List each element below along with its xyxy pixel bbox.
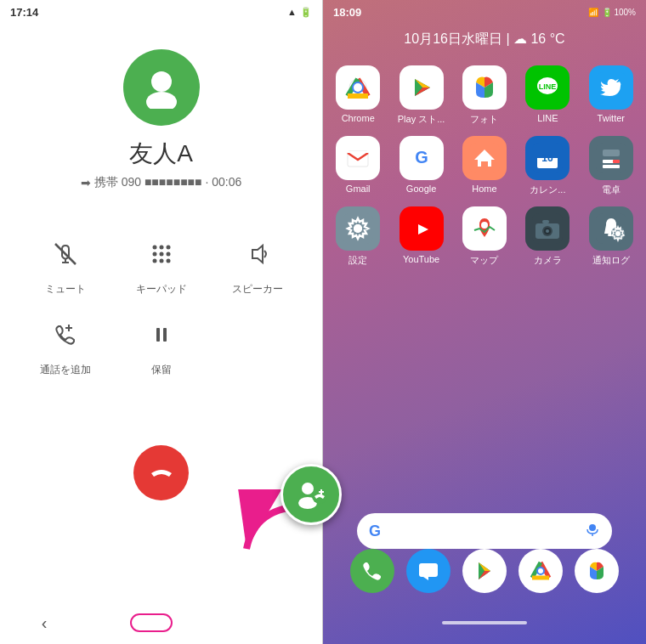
app-grid: Chrome Play スト...: [323, 48, 646, 267]
mute-icon: [44, 233, 87, 275]
maps-label: マップ: [470, 254, 498, 267]
mute-button[interactable]: ミュート: [31, 233, 99, 297]
end-call-button[interactable]: [133, 445, 189, 500]
notif-icon: [589, 206, 633, 251]
app-calc[interactable]: 電卓: [585, 136, 638, 196]
svg-point-1: [146, 92, 177, 109]
left-bottom-nav: ‹: [0, 602, 322, 644]
right-signal-icon: 📶: [588, 8, 598, 17]
svg-point-6: [159, 246, 163, 250]
svg-text:16: 16: [542, 152, 554, 164]
contact-name: 友人A: [129, 138, 193, 170]
svg-text:G: G: [415, 148, 428, 167]
svg-point-19: [302, 483, 314, 494]
call-actions-row1: ミュート キーパッド: [0, 233, 322, 297]
right-status-bar: 18:09 📶 🔋 100%: [323, 0, 646, 24]
app-settings[interactable]: 設定: [332, 206, 384, 267]
app-calendar[interactable]: 16 カレン...: [521, 136, 574, 196]
settings-label: 設定: [348, 254, 367, 267]
contacts-phone-bubble[interactable]: [280, 464, 342, 525]
app-gmail[interactable]: Gmail: [332, 136, 384, 196]
app-home[interactable]: Home: [458, 136, 511, 196]
keypad-button[interactable]: キーパッド: [128, 233, 196, 297]
line-label: LINE: [537, 113, 558, 123]
svg-point-13: [166, 259, 170, 263]
home-label: Home: [472, 184, 496, 194]
app-twitter[interactable]: Twitter: [585, 65, 638, 126]
svg-point-8: [152, 252, 156, 257]
dock-phone[interactable]: [350, 549, 394, 593]
svg-rect-18: [163, 328, 167, 342]
app-youtube[interactable]: YouTube: [394, 206, 447, 267]
hold-icon: [140, 314, 183, 356]
battery-icon: 🔋: [300, 7, 312, 18]
svg-point-9: [159, 252, 163, 257]
settings-icon: [336, 206, 380, 251]
app-notif[interactable]: 通知ログ: [585, 206, 638, 267]
app-chrome[interactable]: Chrome: [332, 65, 384, 126]
left-time: 17:14: [10, 6, 38, 19]
calc-icon: [589, 136, 633, 180]
contact-avatar: [123, 49, 200, 126]
speaker-button[interactable]: スピーカー: [224, 233, 292, 297]
svg-point-85: [538, 568, 543, 573]
left-status-icons: ▲ 🔋: [287, 7, 312, 18]
dock-messages[interactable]: [406, 549, 450, 593]
speaker-label: スピーカー: [232, 282, 283, 297]
dock-bar: [350, 549, 619, 593]
line-icon: LINE: [525, 65, 570, 110]
dock-playstore[interactable]: [462, 549, 507, 593]
add-call-label: 通話を追加: [40, 363, 91, 377]
camera-app-icon: [525, 206, 570, 251]
search-bar[interactable]: G: [357, 513, 612, 549]
keypad-icon: [140, 233, 183, 275]
playstore-icon: [400, 65, 444, 110]
dock-photos[interactable]: [575, 549, 619, 593]
notif-label: 通知ログ: [592, 254, 630, 267]
svg-point-10: [166, 252, 170, 257]
playstore-label: Play スト...: [398, 113, 445, 126]
svg-rect-51: [603, 150, 620, 156]
hold-button[interactable]: 保留: [128, 314, 196, 377]
app-camera[interactable]: カメラ: [521, 206, 574, 267]
speaker-icon: [236, 233, 279, 275]
right-bottom-nav: [323, 602, 646, 644]
svg-rect-71: [542, 220, 549, 223]
add-call-icon: [44, 314, 87, 356]
home-app-icon: [462, 136, 507, 180]
app-google[interactable]: G Google: [394, 136, 447, 196]
twitter-label: Twitter: [598, 113, 625, 123]
arrow-container: [280, 464, 342, 525]
app-photos[interactable]: フォト: [458, 65, 511, 126]
svg-marker-14: [252, 246, 263, 263]
svg-rect-57: [613, 165, 620, 168]
calendar-label: カレン...: [530, 184, 565, 196]
svg-marker-79: [423, 577, 428, 580]
calendar-icon: 16: [525, 136, 570, 180]
contact-number: 携帯 090 ■■■■■■■■ · 00:06: [94, 175, 242, 190]
home-indicator[interactable]: [130, 613, 173, 632]
right-time: 18:09: [333, 6, 361, 19]
add-call-button[interactable]: 通話を追加: [31, 314, 99, 377]
mute-label: ミュート: [45, 282, 86, 297]
svg-rect-17: [156, 328, 160, 342]
svg-point-28: [354, 83, 362, 92]
google-icon: G: [400, 136, 444, 180]
svg-point-11: [152, 259, 156, 263]
chrome-label: Chrome: [342, 113, 375, 123]
arrow-right-icon: ➡: [81, 176, 91, 189]
back-button[interactable]: ‹: [42, 613, 48, 633]
maps-icon: [462, 206, 507, 251]
keypad-label: キーパッド: [136, 282, 187, 297]
app-line[interactable]: LINE LINE: [521, 65, 574, 126]
dock-chrome[interactable]: [518, 549, 563, 593]
chrome-icon: [336, 65, 380, 110]
youtube-icon: [400, 206, 444, 251]
svg-rect-50: [596, 143, 626, 173]
app-maps[interactable]: マップ: [458, 206, 511, 267]
gmail-icon: [336, 136, 380, 180]
app-playstore[interactable]: Play スト...: [394, 65, 447, 126]
svg-point-65: [481, 222, 488, 229]
svg-text:LINE: LINE: [539, 82, 557, 91]
svg-point-75: [615, 231, 620, 236]
